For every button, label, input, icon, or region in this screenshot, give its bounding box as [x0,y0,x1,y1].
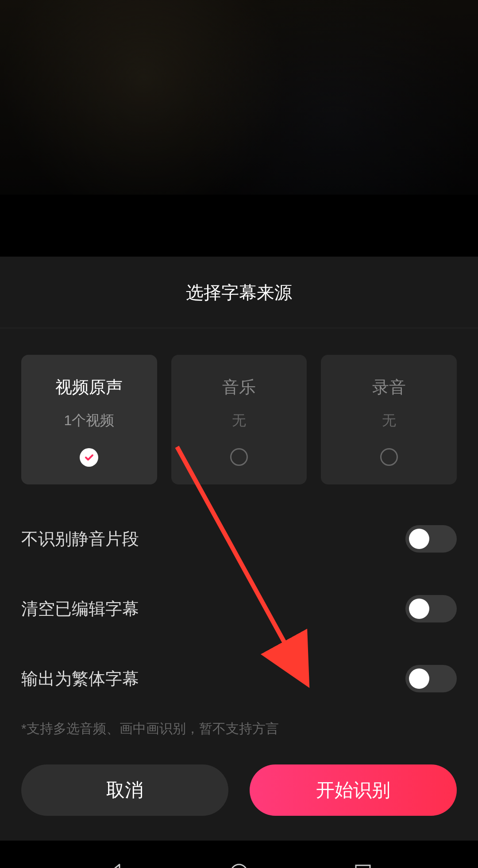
option-label: 输出为繁体字幕 [21,668,139,690]
sheet-title: 选择字幕来源 [0,257,478,328]
cancel-button[interactable]: 取消 [21,764,228,816]
option-row-traditional: 输出为繁体字幕 [21,644,457,714]
toggle-traditional[interactable] [405,665,457,692]
option-row-skip-silent: 不识别静音片段 [21,504,457,574]
option-row-clear-edited: 清空已编辑字幕 [21,574,457,644]
radio-empty-icon [230,448,248,466]
source-card-music[interactable]: 音乐 无 [171,355,307,484]
start-recognition-button[interactable]: 开始识别 [250,764,457,816]
source-title: 音乐 [222,376,256,399]
recents-icon[interactable] [351,860,375,868]
button-row: 取消 开始识别 [0,738,478,841]
toggle-clear-edited[interactable] [405,595,457,622]
option-list: 不识别静音片段 清空已编辑字幕 输出为繁体字幕 [0,504,478,714]
source-subtitle: 1个视频 [64,411,114,430]
android-navbar [0,841,478,868]
option-label: 清空已编辑字幕 [21,598,139,620]
source-title: 录音 [372,376,406,399]
toggle-skip-silent[interactable] [405,525,457,553]
background-gap [0,195,478,257]
toggle-knob [409,599,429,619]
option-label: 不识别静音片段 [21,528,139,550]
source-subtitle: 无 [232,411,246,430]
svg-point-0 [231,864,247,868]
checkmark-icon [80,448,98,467]
toggle-knob [409,529,429,549]
back-icon[interactable] [103,860,127,868]
source-subtitle: 无 [382,411,396,430]
video-preview[interactable] [0,0,478,195]
subtitle-source-sheet: 选择字幕来源 视频原声 1个视频 音乐 无 录音 无 不识别静音片段 清空已编辑… [0,257,478,841]
source-options-row: 视频原声 1个视频 音乐 无 录音 无 [0,328,478,504]
svg-rect-1 [356,865,370,868]
home-icon[interactable] [227,860,251,868]
hint-text: *支持多选音频、画中画识别，暂不支持方言 [0,714,478,738]
toggle-knob [409,668,429,689]
source-card-video-original[interactable]: 视频原声 1个视频 [21,355,157,484]
source-title: 视频原声 [55,376,123,399]
radio-empty-icon [380,448,398,466]
source-card-recording[interactable]: 录音 无 [321,355,457,484]
